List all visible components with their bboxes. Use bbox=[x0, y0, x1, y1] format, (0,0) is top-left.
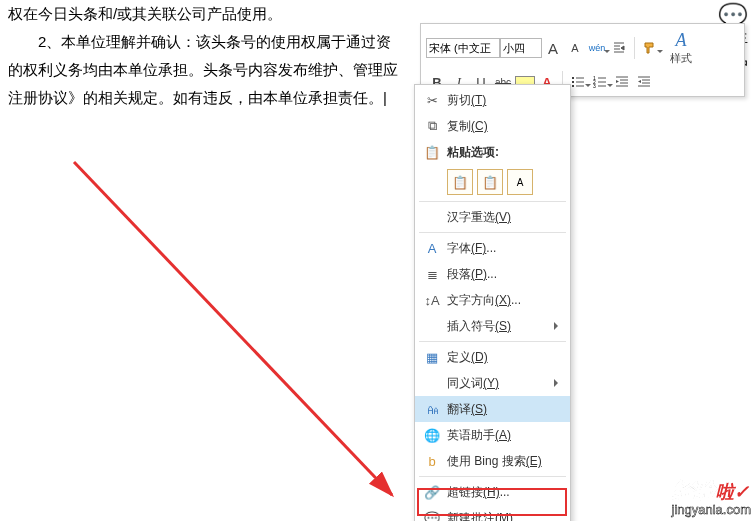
svg-text:3: 3 bbox=[593, 83, 596, 88]
paragraph-icon: ≣ bbox=[421, 267, 443, 282]
new-comment-menu-item[interactable]: 💬 新建批注(M) bbox=[415, 505, 570, 521]
indent-decrease-button[interactable] bbox=[608, 37, 630, 59]
font-icon: A bbox=[421, 241, 443, 256]
copy-icon: ⧉ bbox=[421, 118, 443, 134]
text-line1: 权在今日头条和/或其关联公司产品使用。 bbox=[8, 5, 282, 22]
comment-icon: 💬 bbox=[421, 511, 443, 522]
hanzi-reselect-menu-item[interactable]: 汉字重选(V) bbox=[415, 204, 570, 230]
svg-point-0 bbox=[572, 77, 574, 79]
numbering-button[interactable]: 123 bbox=[589, 71, 611, 93]
translate-icon: 🗛 bbox=[421, 402, 443, 417]
font-name-select[interactable] bbox=[426, 38, 500, 58]
svg-line-6 bbox=[74, 162, 392, 495]
link-icon: 🔗 bbox=[421, 485, 443, 500]
paste-keep-source-button[interactable]: 📋 bbox=[447, 169, 473, 195]
text-line3a: 的权利义务均由本单位承担。头条号内容发布维护、管理应 bbox=[8, 61, 398, 78]
watermark: 经验啦✓ jingyanla.com bbox=[672, 476, 752, 517]
shrink-font-button[interactable]: A bbox=[564, 37, 586, 59]
bing-search-menu-item[interactable]: b 使用 Bing 搜索(E) bbox=[415, 448, 570, 474]
hyperlink-menu-item[interactable]: 🔗 超链接(H)... bbox=[415, 479, 570, 505]
text-cursor: | bbox=[383, 89, 387, 106]
scissors-icon: ✂ bbox=[421, 93, 443, 108]
font-menu-item[interactable]: A 字体(F)... bbox=[415, 235, 570, 261]
svg-point-2 bbox=[572, 85, 574, 87]
paste-options-label: 📋 粘贴选项: bbox=[415, 139, 570, 165]
svg-point-1 bbox=[572, 81, 574, 83]
font-size-select[interactable] bbox=[500, 38, 542, 58]
paste-merge-button[interactable]: 📋 bbox=[477, 169, 503, 195]
book-icon: ▦ bbox=[421, 350, 443, 365]
format-painter-button[interactable] bbox=[639, 37, 661, 59]
synonym-menu-item[interactable]: 同义词(Y) bbox=[415, 370, 570, 396]
paragraph-menu-item[interactable]: ≣ 段落(P)... bbox=[415, 261, 570, 287]
indent-left-button[interactable] bbox=[611, 71, 633, 93]
indent-right-button[interactable] bbox=[633, 71, 655, 93]
english-assistant-menu-item[interactable]: 🌐 英语助手(A) bbox=[415, 422, 570, 448]
context-menu: ✂ 剪切(T) ⧉ 复制(C) 📋 粘贴选项: 📋 📋 A 汉字重选(V) A … bbox=[414, 84, 571, 521]
phonetic-guide-button[interactable]: wén bbox=[586, 37, 608, 59]
cut-menu-item[interactable]: ✂ 剪切(T) bbox=[415, 87, 570, 113]
paste-text-only-button[interactable]: A bbox=[507, 169, 533, 195]
text-line4: 注册协议》的相关规定。如有违反，由本单位承担责任。 bbox=[8, 89, 383, 106]
styles-button[interactable]: A 样式 bbox=[664, 27, 698, 69]
paste-icon: 📋 bbox=[421, 145, 443, 160]
bing-icon: b bbox=[421, 454, 443, 469]
insert-symbol-menu-item[interactable]: 插入符号(S) bbox=[415, 313, 570, 339]
text-direction-menu-item[interactable]: ↕A 文字方向(X)... bbox=[415, 287, 570, 313]
paste-options-row: 📋 📋 A bbox=[415, 165, 570, 199]
globe-icon: 🌐 bbox=[421, 428, 443, 443]
define-menu-item[interactable]: ▦ 定义(D) bbox=[415, 344, 570, 370]
translate-menu-item[interactable]: 🗛 翻译(S) bbox=[415, 396, 570, 422]
text-direction-icon: ↕A bbox=[421, 293, 443, 308]
copy-menu-item[interactable]: ⧉ 复制(C) bbox=[415, 113, 570, 139]
text-line2a: 2、本单位理解并确认：该头条号的使用权属于通过资 bbox=[8, 33, 391, 50]
grow-font-button[interactable]: A bbox=[542, 37, 564, 59]
